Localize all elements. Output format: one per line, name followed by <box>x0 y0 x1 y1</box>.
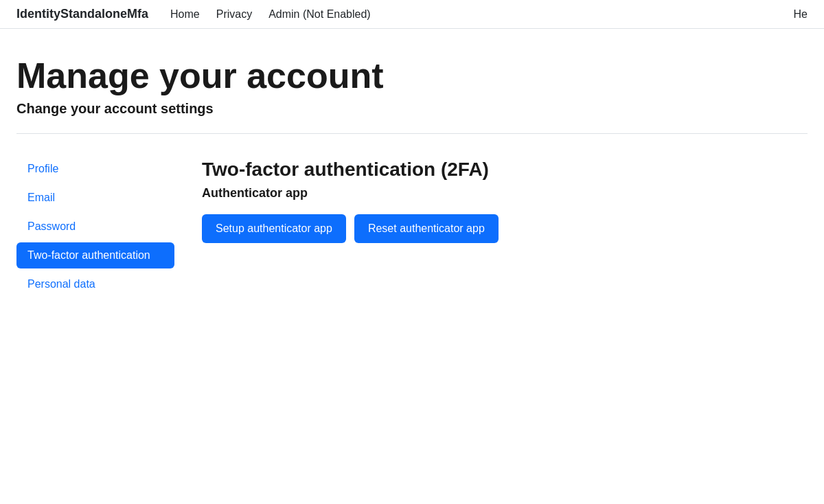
main-content: Two-factor authentication (2FA) Authenti… <box>202 156 808 243</box>
navbar-link-home[interactable]: Home <box>170 8 200 21</box>
navbar-right-text: He <box>794 8 808 21</box>
section-subtitle: Authenticator app <box>202 186 808 201</box>
setup-authenticator-button[interactable]: Setup authenticator app <box>202 214 346 243</box>
page-subtitle: Change your account settings <box>16 101 808 117</box>
navbar: IdentityStandaloneMfa Home Privacy Admin… <box>0 0 824 29</box>
navbar-link-privacy[interactable]: Privacy <box>216 8 252 21</box>
navbar-links: Home Privacy Admin (Not Enabled) <box>170 8 772 21</box>
button-group: Setup authenticator app Reset authentica… <box>202 214 808 243</box>
reset-authenticator-button[interactable]: Reset authenticator app <box>354 214 499 243</box>
page-title: Manage your account <box>16 56 808 95</box>
navbar-link-admin[interactable]: Admin (Not Enabled) <box>268 8 371 21</box>
sidebar-item-personal-data[interactable]: Personal data <box>16 271 174 297</box>
page-container: Manage your account Change your account … <box>0 29 824 328</box>
navbar-brand[interactable]: IdentityStandaloneMfa <box>16 7 148 21</box>
sidebar: Profile Email Password Two-factor authen… <box>16 156 174 300</box>
sidebar-item-profile[interactable]: Profile <box>16 156 174 182</box>
divider <box>16 133 808 134</box>
content-layout: Profile Email Password Two-factor authen… <box>16 156 808 300</box>
sidebar-item-2fa[interactable]: Two-factor authentication <box>16 242 174 268</box>
section-title: Two-factor authentication (2FA) <box>202 159 808 181</box>
sidebar-item-password[interactable]: Password <box>16 214 174 240</box>
sidebar-item-email[interactable]: Email <box>16 185 174 211</box>
